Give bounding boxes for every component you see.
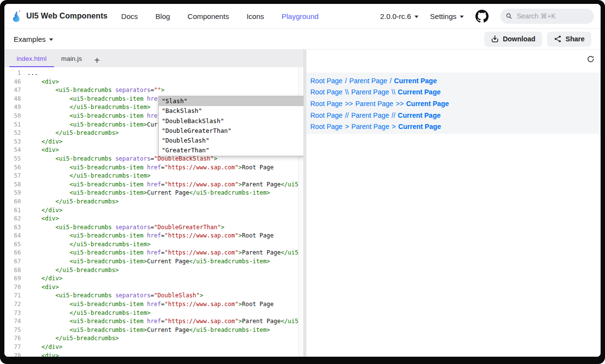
nav-docs[interactable]: Docs [121, 12, 138, 20]
autocomplete-option[interactable]: "Slash" [159, 96, 303, 106]
app: UI5 Web Components Docs Blog Components … [4, 4, 601, 357]
code-text: <ui5-breadcrumbs-item>Current Page</ui5-… [27, 189, 270, 198]
code-text: </ui5-breadcrumbs-item> [27, 103, 151, 112]
code-line[interactable]: 72 <ui5-breadcrumbs-item href="https://w… [4, 300, 303, 309]
code-line[interactable]: 71 <ui5-breadcrumbs separators="DoubleSl… [4, 291, 303, 300]
line-number: 63 [8, 223, 21, 232]
refresh-button[interactable] [586, 55, 595, 63]
code-editor[interactable]: 1...46 <div>47 <ui5-breadcrumbs separato… [4, 67, 303, 357]
settings-label: Settings [430, 12, 456, 20]
line-number: 47 [8, 86, 21, 95]
search-box[interactable] [500, 9, 594, 24]
chevron-down-icon [415, 16, 418, 18]
search-input[interactable] [516, 12, 588, 20]
code-line[interactable]: 65 </ui5-breadcrumbs-item> [4, 240, 303, 249]
add-tab-button[interactable]: + [89, 55, 105, 67]
nav-blog[interactable]: Blog [155, 12, 170, 20]
brand[interactable]: UI5 Web Components [11, 10, 108, 23]
breadcrumb-link[interactable]: Root Page [310, 88, 342, 96]
examples-dropdown[interactable]: Examples [14, 35, 53, 43]
code-line[interactable]: 56 <ui5-breadcrumbs-item href="https://w… [4, 164, 303, 172]
refresh-icon [586, 55, 595, 63]
line-number: 66 [8, 249, 21, 257]
autocomplete-option[interactable]: "DoubleBackSlash" [159, 116, 303, 126]
code-text: </ui5-breadcrumbs> [27, 198, 119, 206]
chevron-down-icon [460, 16, 464, 18]
breadcrumb-current-page: Current Page [394, 77, 437, 85]
nav-icons[interactable]: Icons [246, 12, 264, 20]
code-line[interactable]: 60 </ui5-breadcrumbs> [4, 198, 303, 206]
code-text: </div> [27, 138, 62, 146]
version-dropdown[interactable]: 2.0.0-rc.6 [380, 12, 418, 20]
code-line[interactable]: 64 <ui5-breadcrumbs-item href="https://w… [4, 232, 303, 240]
code-line[interactable]: 70 <div> [4, 283, 303, 292]
version-label: 2.0.0-rc.6 [380, 12, 411, 20]
breadcrumb-link[interactable]: Root Page [310, 77, 342, 85]
code-text: <ui5-breadcrumbs-item>Current Page</ui5-… [27, 257, 270, 266]
breadcrumb-current-page: Current Page [398, 111, 441, 119]
code-line[interactable]: 77 </div> [4, 343, 303, 352]
tab-main-js[interactable]: main.js [54, 50, 90, 67]
breadcrumb-link[interactable]: Parent Page [351, 111, 389, 119]
breadcrumb-link[interactable]: Root Page [310, 111, 342, 119]
autocomplete-option[interactable]: "BackSlash" [159, 106, 303, 116]
autocomplete-option[interactable]: "DoubleSlash" [159, 136, 303, 146]
code-text: <div> [27, 215, 59, 223]
code-line[interactable]: 58 <ui5-breadcrumbs-item href="https://w… [4, 181, 303, 189]
autocomplete-option[interactable]: "GreaterThan" [159, 146, 303, 155]
share-button[interactable]: Share [547, 32, 591, 47]
code-line[interactable]: 69 </div> [4, 274, 303, 283]
line-number: 54 [8, 146, 21, 155]
breadcrumb-link[interactable]: Root Page [310, 100, 342, 108]
nav-playground[interactable]: Playground [282, 12, 319, 20]
tab-index-html[interactable]: index.html [9, 50, 54, 67]
breadcrumb-current-page: Current Page [406, 100, 449, 108]
breadcrumb-link[interactable]: Parent Page [349, 77, 387, 85]
breadcrumb-current-page: Current Page [398, 88, 441, 96]
download-button[interactable]: Download [484, 32, 542, 47]
line-number: 53 [8, 138, 21, 146]
code-text: <ui5-breadcrumbs-item href="https://www.… [27, 300, 274, 309]
code-text: </ui5-breadcrumbs> [27, 129, 119, 138]
code-line[interactable]: 57 </ui5-breadcrumbs-item> [4, 172, 303, 181]
chevron-down-icon [49, 38, 53, 41]
autocomplete-option[interactable]: "DoubleGreaterThan" [159, 126, 303, 136]
code-line[interactable]: 78 <div> [4, 352, 303, 357]
code-line[interactable]: 75 <ui5-breadcrumbs-item>Current Page</u… [4, 326, 303, 335]
line-number: 74 [8, 317, 21, 326]
github-link[interactable] [475, 10, 489, 23]
header-right: 2.0.0-rc.6 Settings [380, 9, 594, 24]
breadcrumb-link[interactable]: Parent Page [356, 100, 394, 108]
code-line[interactable]: 73 </ui5-breadcrumbs-item> [4, 309, 303, 318]
breadcrumb-link[interactable]: Parent Page [351, 88, 389, 96]
code-line[interactable]: 47 <ui5-breadcrumbs separators=""> [4, 86, 303, 95]
breadcrumb-link[interactable]: Root Page [310, 123, 342, 130]
code-text: <ui5-breadcrumbs-item href="https://www.… [27, 232, 274, 240]
breadcrumb: Root Page/Parent Page/Current Page [310, 75, 601, 87]
code-line[interactable]: 63 <ui5-breadcrumbs separators="DoubleGr… [4, 223, 303, 232]
code-line[interactable]: 46 <div> [4, 78, 303, 87]
code-line[interactable]: 67 <ui5-breadcrumbs-item>Current Page</u… [4, 257, 303, 266]
code-line[interactable]: 76 </ui5-breadcrumbs> [4, 334, 303, 343]
editor-tabbar: index.html main.js + [4, 50, 303, 67]
autocomplete-popup: "Slash""BackSlash""DoubleBackSlash""Doub… [158, 96, 303, 156]
nav-components[interactable]: Components [188, 12, 229, 20]
line-number: 48 [8, 95, 21, 104]
code-line[interactable]: 62 <div> [4, 215, 303, 223]
breadcrumb-separator: > [345, 123, 349, 130]
preview-topbar [306, 50, 601, 73]
code-text: <div> [27, 146, 59, 155]
code-line[interactable]: 68 </ui5-breadcrumbs> [4, 266, 303, 275]
settings-dropdown[interactable]: Settings [430, 12, 464, 20]
breadcrumb-link[interactable]: Parent Page [351, 123, 389, 130]
code-line[interactable]: 74 <ui5-breadcrumbs-item href="https://w… [4, 317, 303, 326]
code-line[interactable]: 61 </div> [4, 206, 303, 215]
download-icon [491, 35, 499, 43]
code-line[interactable]: 1... [4, 69, 303, 78]
code-text: </ui5-breadcrumbs-item> [27, 309, 151, 318]
main-split: index.html main.js + 1...46 <div>47 <ui5… [4, 50, 601, 357]
search-icon [506, 13, 512, 19]
code-text: </ui5-breadcrumbs> [27, 334, 119, 343]
code-line[interactable]: 66 <ui5-breadcrumbs-item href="https://w… [4, 249, 303, 257]
code-line[interactable]: 59 <ui5-breadcrumbs-item>Current Page</u… [4, 189, 303, 198]
